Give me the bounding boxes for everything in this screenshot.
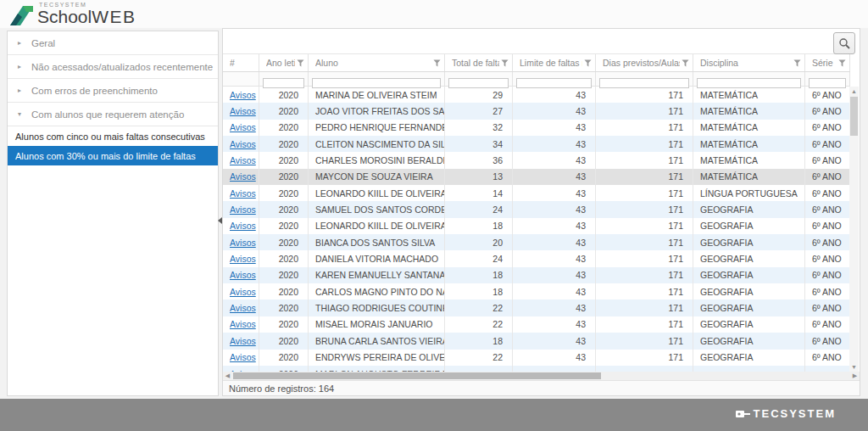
table-row[interactable]: Avisos2020CLEITON NASCIMENTO DA SILVA344… [223, 136, 850, 152]
table-row[interactable]: Avisos2020BIANCA DOS SANTOS SILVA2043171… [223, 234, 850, 250]
cell-disciplina: GEOGRAFIA [693, 267, 805, 283]
cell-ano-letivo: 2020 [259, 250, 309, 266]
sidebar-item-faltas-consecutivas[interactable]: Alunos com cinco ou mais faltas consecut… [8, 126, 218, 146]
avisos-link[interactable]: Avisos [230, 221, 256, 231]
table-row[interactable]: Avisos2020MAYCON DE SOUZA VIEIRA1343171M… [223, 169, 850, 185]
table-row[interactable]: Avisos2020SAMUEL DOS SANTOS CORDEIRO2443… [223, 201, 850, 217]
column-header-col[interactable]: # [223, 54, 259, 71]
table-row[interactable]: Avisos2020PEDRO HENRIQUE FERNANDES DO CA… [223, 120, 850, 136]
sidebar-section-nao-acessados[interactable]: ▸ Não acessados/atualizados recentemente [8, 55, 218, 79]
cell-col: Avisos [223, 333, 259, 349]
column-header-se-rie[interactable]: Série [805, 54, 850, 71]
avisos-link[interactable]: Avisos [230, 188, 256, 199]
column-header-disciplina[interactable]: Disciplina [693, 54, 805, 71]
table-row[interactable]: Avisos2020MARINA DE OLIVEIRA STEIM294317… [223, 87, 850, 103]
table-row[interactable]: Avisos2020CHARLES MOROSINI BERALDES36431… [223, 152, 850, 168]
table-row[interactable]: Avisos2020THIAGO RODRIGUES COUTINHO22431… [223, 299, 850, 316]
column-header-total-de-faltas[interactable]: Total de faltas [445, 54, 513, 71]
cell-total-de-faltas: 22 [445, 299, 513, 316]
avisos-link[interactable]: Avisos [230, 287, 256, 297]
filter-icon[interactable] [433, 59, 441, 67]
avisos-link[interactable]: Avisos [230, 90, 256, 100]
cell-aluno: BRUNA CARLA SANTOS VIEIRA [309, 333, 445, 349]
avisos-link[interactable]: Avisos [230, 106, 256, 116]
cell-disciplina: GEOGRAFIA [693, 218, 805, 234]
cell-se-rie: 6º ANO [805, 120, 850, 136]
column-header-ano-letivo[interactable]: Ano letivo [259, 54, 309, 71]
cell-se-rie: 6º ANO [805, 152, 850, 168]
cell-limite-de-faltas-no-ano: 43 [513, 299, 596, 316]
scroll-right-icon[interactable]: ▶ [850, 372, 860, 380]
scroll-down-icon[interactable]: ▼ [849, 362, 859, 372]
cell-limite-de-faltas-no-ano: 43 [513, 120, 596, 136]
sidebar-section-alunos-atencao[interactable]: ▾ Com alunos que requerem atenção [8, 103, 218, 126]
avisos-link[interactable]: Avisos [230, 270, 256, 280]
table-row[interactable]: Avisos2020ENDRYWS PEREIRA DE OLIVEIRA VI… [223, 350, 850, 366]
cell-limite-de-faltas-no-ano [513, 366, 596, 372]
sidebar-item-30-pct-limite-faltas[interactable]: Alunos com 30% ou mais do limite de falt… [8, 146, 218, 165]
table-row[interactable]: Avisos2020MISAEL MORAIS JANUARIO2243171G… [223, 316, 850, 333]
sidebar-section-erros-preenchimento[interactable]: ▸ Com erros de preenchimento [8, 79, 218, 103]
filter-icon[interactable] [584, 59, 592, 67]
table-row[interactable]: Avisos2020CARLOS MAGNO PINTO DO NASCIMEN… [223, 283, 850, 299]
avisos-link[interactable]: Avisos [230, 254, 256, 264]
cell-total-de-faltas: 13 [445, 169, 513, 185]
table-row[interactable]: Avisos2020JOAO VITOR FREITAS DOS SANTOS2… [223, 103, 850, 119]
cell-limite-de-faltas-no-ano: 43 [513, 267, 596, 283]
avisos-link[interactable]: Avisos [230, 336, 256, 346]
table-row[interactable]: Avisos2020BRUNA CARLA SANTOS VIEIRA18431… [223, 333, 850, 349]
avisos-link[interactable]: Avisos [230, 155, 256, 165]
cell-aluno: THIAGO RODRIGUES COUTINHO [309, 299, 445, 316]
search-button[interactable] [833, 32, 855, 54]
app-title: SchoolWEB [37, 8, 136, 25]
avisos-link[interactable]: Avisos [230, 238, 256, 248]
table-row[interactable]: Avisos2020KAREN EMANUELLY SANTANA PIRES1… [223, 267, 850, 283]
filter-icon[interactable] [501, 59, 509, 67]
horizontal-scroll-thumb[interactable] [233, 372, 601, 379]
avisos-link[interactable]: Avisos [230, 303, 256, 313]
table-row[interactable]: Avisos2020MARLON AUGUSTO FERREIRA SANTOS [223, 366, 850, 372]
sidebar-section-label: Com erros de preenchimento [31, 86, 158, 96]
scroll-up-icon[interactable]: ▲ [849, 87, 859, 96]
column-label: Ano letivo [266, 58, 295, 68]
tecsystem-key-icon [736, 409, 750, 419]
cell-aluno: MAYCON DE SOUZA VIEIRA [309, 169, 445, 185]
cell-ano-letivo: 2020 [259, 366, 309, 372]
column-header-dias-previstos-aulas-previstas[interactable]: Dias previstos/Aulas previstas [596, 54, 693, 71]
vertical-scrollbar[interactable]: ▲ ▼ [849, 87, 859, 372]
filter-icon[interactable] [682, 59, 689, 67]
table-row[interactable]: Avisos2020DANIELA VITORIA MACHADO2443171… [223, 250, 850, 266]
cell-ano-letivo: 2020 [259, 136, 309, 152]
scroll-left-icon[interactable]: ◀ [223, 372, 232, 380]
cell-dias-previstos-aulas-previstas: 171 [596, 185, 693, 201]
filter-icon[interactable] [838, 59, 846, 67]
cell-total-de-faltas: 36 [445, 152, 513, 168]
cell-aluno: LEONARDO KIILL DE OLIVEIRA [309, 185, 445, 201]
horizontal-scrollbar[interactable]: ◀ ▶ [223, 372, 860, 380]
cell-total-de-faltas: 32 [445, 120, 513, 136]
cell-ano-letivo: 2020 [259, 185, 309, 201]
cell-total-de-faltas: 22 [445, 350, 513, 366]
cell-aluno: LEONARDO KIILL DE OLIVEIRA [309, 218, 445, 234]
table-row[interactable]: Avisos2020LEONARDO KIILL DE OLIVEIRA1443… [223, 185, 850, 201]
column-header-limite-de-faltas-no-ano[interactable]: Limite de faltas no ano [513, 54, 596, 71]
avisos-link[interactable]: Avisos [230, 171, 256, 182]
table-row[interactable]: Avisos2020LEONARDO KIILL DE OLIVEIRA1843… [223, 218, 850, 234]
cell-total-de-faltas: 27 [445, 103, 513, 119]
avisos-link[interactable]: Avisos [230, 204, 256, 215]
sidebar-section-geral[interactable]: ▸ Geral [8, 31, 218, 55]
filter-icon[interactable] [297, 59, 304, 67]
avisos-link[interactable]: Avisos [230, 319, 256, 329]
cell-ano-letivo: 2020 [259, 201, 309, 217]
cell-dias-previstos-aulas-previstas: 171 [596, 234, 693, 250]
avisos-link[interactable]: Avisos [230, 139, 256, 149]
column-header-aluno[interactable]: Aluno [309, 54, 445, 71]
avisos-link[interactable]: Avisos [230, 122, 256, 132]
avisos-link[interactable]: Avisos [230, 352, 256, 362]
collapse-left-icon [218, 217, 222, 224]
cell-se-rie: 6º ANO [805, 316, 850, 333]
cell-aluno: DANIELA VITORIA MACHADO [309, 250, 445, 266]
filter-icon[interactable] [793, 59, 801, 67]
cell-disciplina: GEOGRAFIA [693, 316, 805, 333]
vertical-scroll-thumb[interactable] [850, 97, 858, 136]
